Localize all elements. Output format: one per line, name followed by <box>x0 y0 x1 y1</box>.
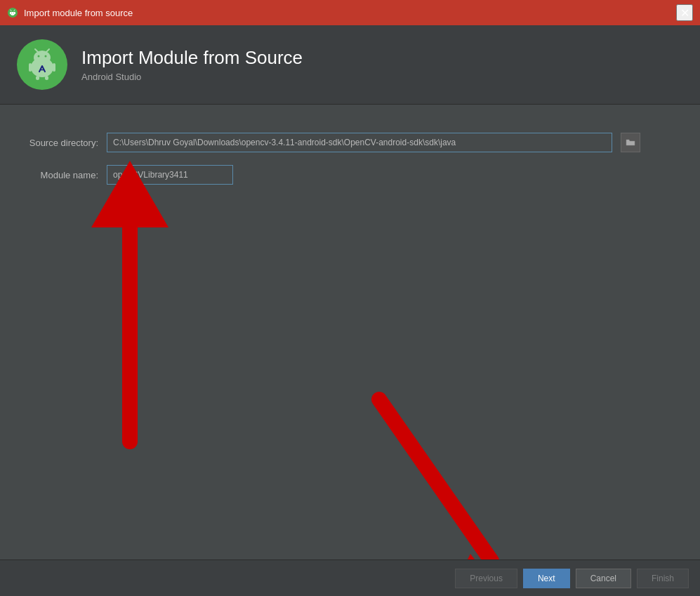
svg-point-5 <box>11 13 12 13</box>
footer: Previous Next Cancel Finish <box>0 559 700 596</box>
svg-rect-1 <box>10 12 11 14</box>
title-bar-android-icon <box>7 7 18 18</box>
source-directory-label: Source directory: <box>21 138 98 148</box>
header-section: Import Module from Source Android Studio <box>0 25 700 105</box>
android-logo-svg <box>24 46 60 83</box>
svg-point-6 <box>13 13 14 13</box>
content-area: Source directory: Module name: <box>0 105 700 596</box>
previous-button[interactable]: Previous <box>455 569 517 588</box>
title-bar-title: Import module from source <box>24 8 133 18</box>
browse-button[interactable] <box>621 133 640 152</box>
cancel-button[interactable]: Cancel <box>576 569 631 588</box>
module-name-input[interactable] <box>107 165 233 185</box>
form-area: Source directory: Module name: <box>0 105 700 596</box>
svg-rect-16 <box>45 76 48 80</box>
folder-icon <box>626 138 635 147</box>
svg-point-8 <box>34 51 51 65</box>
module-name-row: Module name: <box>21 165 679 185</box>
next-button[interactable]: Next <box>523 569 570 588</box>
svg-line-11 <box>35 49 38 52</box>
header-text: Import Module from Source Android Studio <box>81 47 303 82</box>
svg-rect-14 <box>53 63 55 72</box>
dialog-window: Import module from source ✕ <box>0 0 700 596</box>
source-directory-row: Source directory: <box>21 133 679 152</box>
svg-point-9 <box>38 55 40 58</box>
dialog-title: Import Module from Source <box>81 47 303 69</box>
svg-rect-13 <box>29 63 32 72</box>
svg-line-12 <box>46 49 49 52</box>
module-name-label: Module name: <box>21 170 98 180</box>
svg-point-10 <box>45 55 47 58</box>
dialog-subtitle: Android Studio <box>81 72 303 82</box>
finish-button[interactable]: Finish <box>637 569 689 588</box>
close-button[interactable]: ✕ <box>676 4 693 21</box>
title-bar-left: Import module from source <box>7 7 133 18</box>
svg-rect-2 <box>15 12 15 14</box>
svg-rect-15 <box>36 76 39 80</box>
android-logo <box>17 39 67 90</box>
source-directory-input[interactable] <box>107 133 612 152</box>
title-bar: Import module from source ✕ <box>0 0 700 25</box>
